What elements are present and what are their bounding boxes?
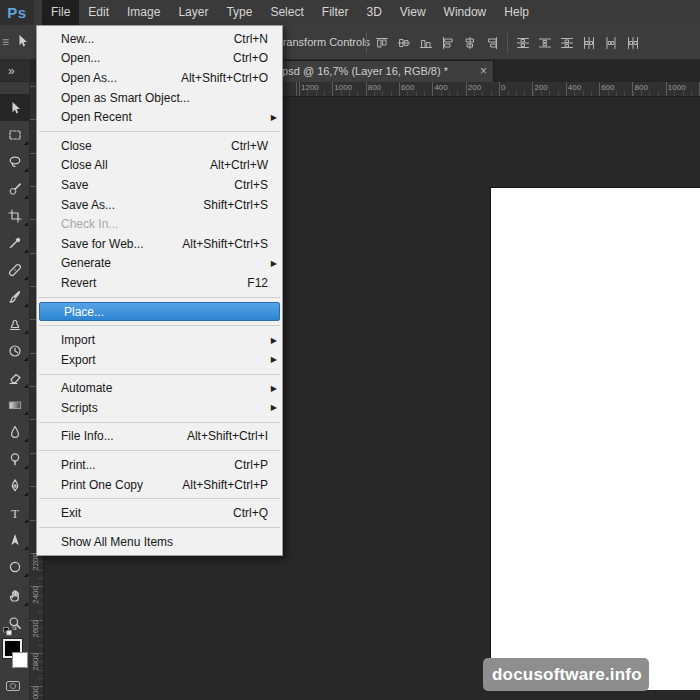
menu-item-file-info[interactable]: File Info...Alt+Shift+Ctrl+I [37, 427, 282, 447]
menu-item-shortcut: F12 [247, 276, 268, 290]
menu-item-label: Exit [61, 506, 217, 520]
distribute-horizontal-centers-icon[interactable] [600, 32, 622, 54]
menu-item-shortcut: Ctrl+S [234, 178, 268, 192]
gradient-tool[interactable] [0, 391, 30, 418]
align-right-edges-icon[interactable] [481, 32, 503, 54]
menu-item-close-all[interactable]: Close AllAlt+Ctrl+W [37, 156, 282, 176]
eyedropper-tool[interactable] [0, 229, 30, 256]
menu-item-check-in[interactable]: Check In... [37, 214, 282, 234]
menu-item-show-all-menu-items[interactable]: Show All Menu Items [37, 532, 282, 552]
menu-separator [39, 498, 280, 499]
background-color-swatch[interactable] [12, 652, 28, 668]
menu-item-open-as-smart-object[interactable]: Open as Smart Object... [37, 88, 282, 108]
menu-item-scripts[interactable]: Scripts▶ [37, 398, 282, 418]
menubar-item-layer[interactable]: Layer [169, 0, 217, 25]
crop-tool[interactable] [0, 202, 30, 229]
menu-item-label: Close [61, 139, 215, 153]
distribute-left-edges-icon[interactable] [578, 32, 600, 54]
menu-item-open[interactable]: Open...Ctrl+O [37, 49, 282, 69]
menu-item-shortcut: Shift+Ctrl+S [203, 198, 268, 212]
dodge-tool[interactable] [0, 445, 30, 472]
distribute-right-edges-icon[interactable] [622, 32, 644, 54]
menu-item-shortcut: Alt+Shift+Ctrl+S [182, 237, 268, 251]
tool-preset-picker[interactable]: ≡ [0, 25, 36, 60]
watermark-badge: docusoftware.info [483, 658, 649, 691]
menu-item-open-as[interactable]: Open As...Alt+Shift+Ctrl+O [37, 68, 282, 88]
type-tool[interactable]: T [0, 499, 30, 526]
menubar-item-image[interactable]: Image [118, 0, 169, 25]
menu-item-label: Save [61, 178, 218, 192]
history-brush-tool[interactable] [0, 337, 30, 364]
align-left-edges-icon[interactable] [437, 32, 459, 54]
menu-item-label: Open Recent [61, 110, 268, 124]
menu-item-open-recent[interactable]: Open Recent▶ [37, 107, 282, 127]
menu-item-shortcut: Ctrl+P [234, 458, 268, 472]
h-ruler-number: 1000 [666, 83, 686, 92]
hand-tool[interactable] [0, 582, 30, 609]
v-ruler-number: 3000 [31, 686, 40, 700]
menubar-item-file[interactable]: File [42, 0, 79, 25]
align-vertical-centers-icon[interactable] [393, 32, 415, 54]
document-tab[interactable]: ice.psd @ 16,7% (Layer 16, RGB/8) * × [256, 60, 494, 82]
menubar-item-help[interactable]: Help [495, 0, 538, 25]
rectangular-marquee-tool[interactable] [0, 121, 30, 148]
distribute-top-edges-icon[interactable] [512, 32, 534, 54]
svg-text:T: T [11, 505, 19, 520]
menubar-item-select[interactable]: Select [261, 0, 312, 25]
distribute-vertical-centers-icon[interactable] [534, 32, 556, 54]
menu-item-label: Save As... [61, 198, 187, 212]
menubar-item-window[interactable]: Window [435, 0, 496, 25]
align-distribute-icons [362, 31, 644, 55]
menu-item-print[interactable]: Print...Ctrl+P [37, 455, 282, 475]
align-top-edges-icon[interactable] [371, 32, 393, 54]
align-bottom-edges-icon[interactable] [415, 32, 437, 54]
menubar-item-edit[interactable]: Edit [79, 0, 118, 25]
menu-item-new[interactable]: New...Ctrl+N [37, 29, 282, 49]
submenu-arrow-icon: ▶ [271, 403, 277, 412]
menubar-item-filter[interactable]: Filter [313, 0, 358, 25]
distribute-bottom-edges-icon[interactable] [556, 32, 578, 54]
menubar-item-view[interactable]: View [391, 0, 435, 25]
ellipse-tool[interactable] [0, 553, 30, 580]
menu-item-close[interactable]: CloseCtrl+W [37, 136, 282, 156]
menu-item-save-as[interactable]: Save As...Shift+Ctrl+S [37, 195, 282, 215]
menu-item-export[interactable]: Export▶ [37, 350, 282, 370]
brush-tool[interactable] [0, 283, 30, 310]
menu-item-save[interactable]: SaveCtrl+S [37, 175, 282, 195]
h-ruler-number: 1200 [299, 83, 319, 92]
eraser-tool[interactable] [0, 364, 30, 391]
menu-item-print-one-copy[interactable]: Print One CopyAlt+Shift+Ctrl+P [37, 475, 282, 495]
h-ruler-number: 800 [633, 83, 648, 92]
preset-menu-icon[interactable]: ≡ [2, 34, 11, 50]
menu-item-save-for-web[interactable]: Save for Web...Alt+Shift+Ctrl+S [37, 234, 282, 254]
quick-mask-mode-icon[interactable] [5, 678, 21, 698]
clone-stamp-tool[interactable] [0, 310, 30, 337]
document-canvas[interactable] [490, 187, 700, 690]
menu-item-place[interactable]: Place... [39, 302, 280, 322]
h-ruler-number: 0 [499, 83, 505, 92]
quick-selection-tool[interactable] [0, 175, 30, 202]
tab-close-icon[interactable]: × [480, 61, 487, 82]
photoshop-window: 1200100080060040020002004006008001000 22… [0, 0, 700, 700]
panel-collapse-toggle[interactable]: » [0, 61, 30, 81]
move-tool[interactable] [0, 94, 30, 121]
menu-item-revert[interactable]: RevertF12 [37, 273, 282, 293]
document-tab-title: ice.psd @ 16,7% (Layer 16, RGB/8) * [265, 65, 448, 77]
move-tool-preset-icon [14, 33, 30, 53]
menubar-item-type[interactable]: Type [217, 0, 261, 25]
align-horizontal-centers-icon[interactable] [459, 32, 481, 54]
menubar-item-3d[interactable]: 3D [357, 0, 390, 25]
menu-item-automate[interactable]: Automate▶ [37, 379, 282, 399]
spot-healing-brush-tool[interactable] [0, 256, 30, 283]
blur-tool[interactable] [0, 418, 30, 445]
lasso-tool[interactable] [0, 148, 30, 175]
pen-tool[interactable] [0, 472, 30, 499]
menu-item-label: Print One Copy [61, 478, 166, 492]
menu-item-generate[interactable]: Generate▶ [37, 254, 282, 274]
zoom-tool[interactable] [0, 609, 30, 636]
menu-item-import[interactable]: Import▶ [37, 330, 282, 350]
h-ruler-number: 400 [566, 83, 581, 92]
menu-item-exit[interactable]: ExitCtrl+Q [37, 503, 282, 523]
path-selection-tool[interactable] [0, 526, 30, 553]
h-ruler-number: 200 [466, 83, 481, 92]
